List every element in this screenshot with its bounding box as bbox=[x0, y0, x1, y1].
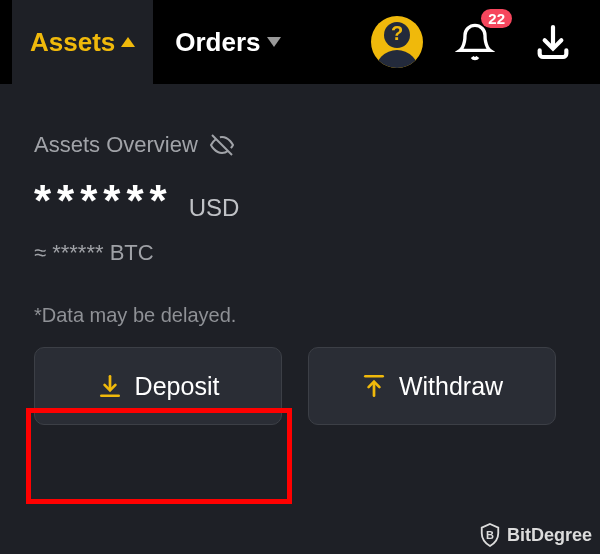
watermark: B BitDegree bbox=[479, 522, 592, 548]
shield-icon: B bbox=[479, 522, 501, 548]
withdraw-label: Withdraw bbox=[399, 372, 503, 401]
tab-orders-label: Orders bbox=[175, 27, 260, 58]
notifications-button[interactable]: 22 bbox=[446, 13, 504, 71]
btc-equivalent: ≈ ****** BTC bbox=[34, 240, 566, 266]
deposit-icon bbox=[97, 373, 123, 399]
download-icon bbox=[533, 22, 573, 62]
deposit-label: Deposit bbox=[135, 372, 220, 401]
balance-row: ****** USD bbox=[34, 176, 566, 226]
svg-text:B: B bbox=[486, 529, 494, 541]
tab-orders[interactable]: Orders bbox=[161, 27, 294, 58]
overview-title: Assets Overview bbox=[34, 132, 198, 158]
action-button-row: Deposit Withdraw bbox=[34, 347, 566, 425]
caret-down-icon bbox=[267, 37, 281, 47]
download-button[interactable] bbox=[524, 13, 582, 71]
watermark-text: BitDegree bbox=[507, 525, 592, 546]
overview-header: Assets Overview bbox=[34, 132, 566, 158]
tab-assets-label: Assets bbox=[30, 27, 115, 58]
balance-currency: USD bbox=[189, 194, 240, 222]
bell-icon bbox=[455, 22, 495, 62]
delay-note: *Data may be delayed. bbox=[34, 304, 566, 327]
profile-avatar[interactable]: ? bbox=[368, 13, 426, 71]
main-content: Assets Overview ****** USD ≈ ****** BTC … bbox=[0, 84, 600, 425]
balance-masked: ****** bbox=[34, 176, 173, 226]
withdraw-button[interactable]: Withdraw bbox=[308, 347, 556, 425]
eye-off-icon[interactable] bbox=[210, 133, 234, 157]
top-navigation: Assets Orders ? 22 bbox=[0, 0, 600, 84]
deposit-button[interactable]: Deposit bbox=[34, 347, 282, 425]
withdraw-icon bbox=[361, 373, 387, 399]
avatar-icon: ? bbox=[371, 16, 423, 68]
tab-assets[interactable]: Assets bbox=[12, 0, 153, 84]
caret-up-icon bbox=[121, 37, 135, 47]
notification-badge: 22 bbox=[481, 9, 512, 28]
